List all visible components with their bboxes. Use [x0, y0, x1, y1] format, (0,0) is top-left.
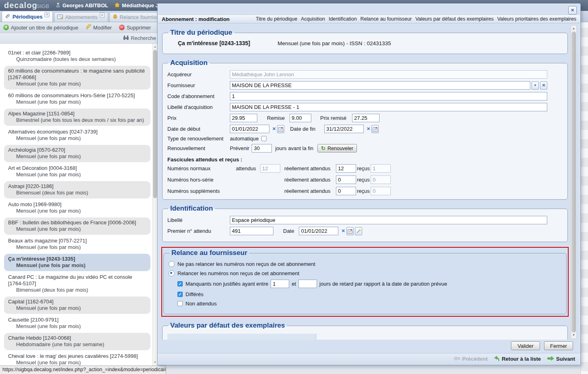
list-scrollbar[interactable]: ▲ ▼ — [152, 44, 157, 366]
close-tab-icon[interactable]: ✕ — [100, 13, 105, 18]
manquants-label-et: et — [292, 281, 296, 287]
list-item[interactable]: BBF : bulletin des bibliothèques de Fran… — [4, 217, 150, 235]
date-debut-input[interactable] — [230, 125, 269, 133]
recus-label: reçus — [357, 165, 371, 171]
current-user[interactable]: Georges ABITBOL — [56, 2, 108, 8]
item-frequency: Mensuel (une fois par mois) — [8, 359, 146, 366]
date-debut-calendar-button[interactable] — [277, 125, 284, 133]
list-item[interactable]: 60 millions de consommateurs Hors-Série … — [4, 90, 150, 108]
list-item[interactable]: 60 millions de consommateurs : le magazi… — [4, 66, 150, 90]
item-title: Canard PC : Le magazine du jeu vidéo PC … — [8, 274, 146, 287]
fournisseur-input[interactable] — [230, 81, 530, 90]
non-attendus-checkbox[interactable] — [177, 301, 183, 306]
nav-link-valeurs-prioritaires[interactable]: Valeurs prioritaires des exemplaires — [497, 16, 576, 22]
scroll-down-icon[interactable]: ▼ — [571, 332, 576, 338]
scroll-down-icon[interactable]: ▼ — [153, 360, 157, 365]
fournisseur-clear-button[interactable]: ✕ — [540, 81, 547, 90]
modify-button[interactable]: Modifier — [85, 24, 112, 31]
list-item-selected[interactable]: Ça m'intéresse [0243-1335]Mensuel (une f… — [4, 254, 150, 271]
nav-link-relance[interactable]: Relance au fournisseur — [361, 16, 412, 22]
prix-remise-input[interactable] — [352, 114, 379, 122]
retour-liste-link[interactable]: Retour à la liste — [494, 356, 541, 362]
list-item[interactable]: Causette [2100-9791]Mensuel (une fois pa… — [4, 315, 150, 332]
suivant-link[interactable]: Suivant — [547, 356, 575, 362]
nav-link-acquisition[interactable]: Acquisition — [301, 16, 325, 22]
hors-serie-reellement-input[interactable] — [336, 176, 356, 184]
retard-max-input[interactable] — [298, 280, 317, 288]
scroll-up-icon[interactable]: ▲ — [153, 44, 157, 49]
date-fin-label: Date de fin — [290, 126, 315, 132]
item-title: Capital [1162-6704] — [8, 299, 146, 305]
list-item[interactable]: Auto moto [1969-9980]Mensuel (une fois p… — [4, 199, 150, 217]
background-table — [580, 0, 588, 374]
premier-date-input[interactable] — [299, 227, 338, 235]
partial-tab-strip — [167, 334, 547, 340]
clear-date-fin-icon[interactable]: ✕ — [367, 126, 370, 132]
list-item[interactable]: Charlie Hebdo [1240-0068]Hebdomadaire (u… — [4, 333, 150, 350]
subscription-icon — [57, 14, 63, 20]
dialog-scrollbar[interactable]: ▲ ▼ — [571, 25, 577, 339]
list-item[interactable]: Astrapi [0220-1186]Bimensuel (deux fois … — [4, 181, 150, 198]
dialog-footer-nav: Précédent Retour à la liste Suivant — [158, 353, 580, 364]
periodical-items: 01net : et clair [2266-7989]Quinzomadair… — [4, 48, 150, 366]
prix-input[interactable] — [230, 114, 257, 122]
search-button[interactable]: Recherche — [123, 35, 156, 41]
tab-periodiques[interactable]: Périodiques ✕ — [2, 11, 53, 22]
list-item[interactable]: Art et Décoration [0004-3168]Mensuel (un… — [4, 163, 150, 180]
clear-date-debut-icon[interactable]: ✕ — [272, 126, 276, 132]
libelle-input[interactable] — [230, 216, 547, 224]
list-item[interactable]: Capital [1162-6704]Mensuel (une fois par… — [4, 297, 150, 314]
clear-premier-date-icon[interactable]: ✕ — [341, 228, 345, 234]
manquants-checkbox[interactable]: ✓ — [177, 281, 183, 286]
item-frequency: Mensuel (une fois par mois) — [8, 81, 146, 87]
list-item[interactable]: Alternatives économiques [0247-3739]Mens… — [4, 127, 150, 144]
fournisseur-dropdown-button[interactable]: ▼ — [532, 81, 539, 90]
section-identification-legend: Identification — [168, 205, 215, 213]
list-item[interactable]: Beaux arts magazine [0757-2271]Mensuel (… — [4, 236, 150, 253]
dialog-close-button[interactable]: ✕ — [568, 6, 577, 15]
item-frequency: Mensuel (une fois par mois) — [8, 99, 146, 105]
delete-button[interactable]: − Supprimer — [119, 25, 151, 31]
valider-button[interactable]: Valider — [511, 341, 540, 350]
date-fin-calendar-button[interactable] — [371, 125, 379, 133]
list-item[interactable]: 01net : et clair [2266-7989]Quinzomadair… — [4, 48, 150, 65]
close-tab-icon[interactable]: ✕ — [44, 12, 50, 17]
list-item[interactable]: Canard PC : Le magazine du jeu vidéo PC … — [4, 272, 150, 296]
radio-ne-pas-relancer[interactable] — [169, 261, 175, 267]
differes-checkbox[interactable]: ✓ — [177, 292, 183, 297]
tab-abonnements[interactable]: Abonnements ✕ — [54, 12, 108, 22]
next-icon — [547, 356, 554, 362]
radio-relancer[interactable] — [169, 270, 175, 276]
list-item[interactable]: Archéologia [0570-6270]Mensuel (une fois… — [4, 145, 150, 162]
list-scrollbar-thumb[interactable] — [153, 50, 157, 198]
date-fin-input[interactable] — [324, 125, 364, 133]
premier-attendu-input[interactable] — [230, 227, 273, 235]
list-item[interactable]: Cheval love : le mag' des jeunes cavaliè… — [4, 351, 150, 366]
magic-wand-button[interactable] — [355, 227, 362, 235]
code-abonnement-input[interactable] — [230, 92, 547, 100]
nav-link-titre[interactable]: Titre du périodique — [256, 16, 297, 22]
list-item[interactable]: Alpes Magazine [1151-0854]Bimestriel (un… — [4, 109, 150, 126]
precedent-link[interactable]: Précédent — [453, 356, 488, 362]
add-title-label: Ajouter un titre de périodique — [11, 25, 78, 31]
supplements-reellement-input[interactable] — [336, 187, 356, 195]
prevenir-jours-input[interactable] — [252, 144, 272, 153]
remise-input[interactable] — [290, 114, 311, 122]
normaux-reellement-input[interactable] — [336, 164, 356, 173]
fermer-button[interactable]: Fermer — [544, 341, 573, 350]
premier-date-calendar-button[interactable] — [346, 227, 354, 235]
non-attendus-label: Non attendus — [186, 301, 217, 307]
nav-link-identification[interactable]: Identification — [329, 16, 357, 22]
periodical-name: Ça m'intéresse [0243-1335] — [178, 40, 250, 46]
automatique-checkbox[interactable] — [261, 136, 267, 141]
retard-min-input[interactable] — [271, 280, 289, 288]
scroll-up-icon[interactable]: ▲ — [571, 26, 576, 31]
normaux-recus-input — [371, 164, 391, 173]
dialog-scrollbar-thumb[interactable] — [571, 31, 576, 332]
item-frequency: Mensuel (une fois par mois) — [8, 171, 146, 178]
add-title-button[interactable]: + Ajouter un titre de périodique — [3, 25, 78, 31]
renouveler-button[interactable]: ↻ Renouveler — [317, 144, 357, 153]
subscription-modification-dialog: ✕ Abonnement : modification Titre du pér… — [157, 3, 581, 365]
nav-link-valeurs-defaut[interactable]: Valeurs par défaut des exemplaires — [415, 16, 494, 22]
libelle-acquisition-input[interactable] — [230, 103, 547, 111]
